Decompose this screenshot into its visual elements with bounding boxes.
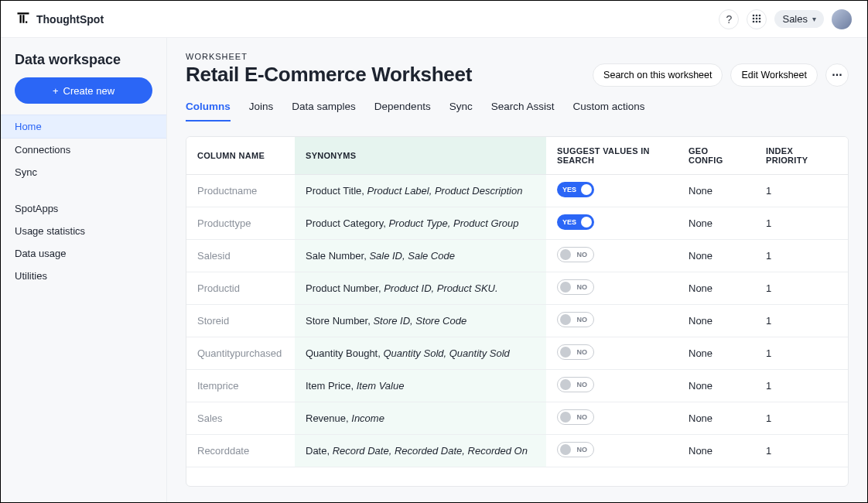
cell-synonyms[interactable]: Store Number, Store ID, Store Code: [295, 305, 546, 337]
cell-index-priority[interactable]: 1: [755, 435, 848, 467]
suggest-toggle[interactable]: NO: [557, 247, 594, 262]
columns-table: COLUMN NAME SYNONYMS SUGGEST VALUES IN S…: [186, 137, 848, 467]
tab-columns[interactable]: Columns: [186, 101, 231, 121]
th-index[interactable]: INDEX PRIORITY: [755, 137, 848, 175]
sidebar-item-data-usage[interactable]: Data usage: [1, 242, 166, 265]
avatar[interactable]: [832, 9, 852, 29]
cell-synonyms[interactable]: Date, Record Date, Recorded Date, Record…: [295, 435, 546, 467]
suggest-toggle[interactable]: NO: [557, 442, 594, 457]
user-menu[interactable]: Sales ▾: [774, 10, 824, 28]
tab-sync[interactable]: Sync: [449, 101, 473, 121]
workspace-title: Data workspace: [1, 52, 166, 77]
cell-index-priority[interactable]: 1: [755, 207, 848, 240]
cell-synonyms[interactable]: Sale Number, Sale ID, Sale Code: [295, 240, 546, 272]
cell-synonyms[interactable]: Revenue, Income: [295, 402, 546, 435]
cell-column-name[interactable]: Salesid: [186, 240, 295, 272]
cell-column-name[interactable]: Sales: [186, 402, 295, 435]
synonym-italic: Record Date, Recorded Date, Recorded On: [333, 445, 528, 457]
synonym-plain: Product Number,: [306, 282, 384, 294]
suggest-toggle[interactable]: NO: [557, 279, 594, 295]
toggle-label: YES: [562, 186, 576, 193]
cell-suggest: YES: [546, 207, 678, 240]
plus-icon: +: [53, 85, 59, 97]
more-actions-button[interactable]: ···: [825, 63, 849, 87]
sidebar-item-home[interactable]: Home: [1, 115, 166, 139]
table-row: ProducttypeProduct Category, Product Typ…: [186, 207, 848, 240]
tab-search-assist[interactable]: Search Assist: [491, 101, 555, 121]
suggest-toggle[interactable]: YES: [557, 214, 594, 230]
sidebar-item-spotapps[interactable]: SpotApps: [1, 197, 166, 220]
synonym-italic: Item Value: [357, 380, 405, 392]
suggest-toggle[interactable]: NO: [557, 344, 594, 360]
apps-button[interactable]: [747, 9, 767, 29]
cell-index-priority[interactable]: 1: [755, 402, 848, 435]
synonym-plain: Revenue,: [306, 412, 351, 424]
th-synonyms[interactable]: SYNONYMS: [295, 137, 546, 175]
cell-geo-config[interactable]: None: [678, 305, 755, 337]
toggle-knob: [581, 184, 592, 195]
cell-geo-config[interactable]: None: [678, 175, 755, 207]
synonym-plain: Date,: [306, 445, 333, 457]
table-row: ItempriceItem Price, Item ValueNONone1: [186, 370, 848, 402]
tab-custom-actions[interactable]: Custom actions: [572, 101, 644, 121]
page-title: Retail E-Commerce Worksheet: [186, 63, 472, 87]
cell-synonyms[interactable]: Product Category, Product Type, Product …: [295, 207, 546, 240]
cell-geo-config[interactable]: None: [678, 402, 755, 435]
table-row: ProductidProduct Number, Product ID, Pro…: [186, 272, 848, 305]
cell-column-name[interactable]: Recorddate: [186, 435, 295, 467]
suggest-toggle[interactable]: NO: [557, 312, 594, 327]
help-icon: ?: [726, 13, 733, 26]
svg-rect-3: [26, 21, 27, 22]
toggle-label: YES: [562, 218, 576, 226]
toggle-label: NO: [577, 413, 588, 421]
cell-geo-config[interactable]: None: [678, 337, 755, 370]
synonym-plain: Quantity Bought,: [306, 347, 383, 359]
cell-geo-config[interactable]: None: [678, 370, 755, 402]
cell-geo-config[interactable]: None: [678, 207, 755, 240]
suggest-toggle[interactable]: NO: [557, 377, 594, 392]
cell-column-name[interactable]: Productname: [186, 175, 295, 207]
cell-index-priority[interactable]: 1: [755, 337, 848, 370]
cell-geo-config[interactable]: None: [678, 435, 755, 467]
cell-index-priority[interactable]: 1: [755, 175, 848, 207]
brand[interactable]: ThoughtSpot: [16, 11, 104, 28]
cell-index-priority[interactable]: 1: [755, 370, 848, 402]
th-column-name[interactable]: COLUMN NAME: [186, 137, 295, 175]
search-worksheet-button[interactable]: Search on this worksheet: [593, 63, 723, 87]
cell-suggest: NO: [546, 402, 678, 435]
cell-column-name[interactable]: Producttype: [186, 207, 295, 240]
tab-joins[interactable]: Joins: [249, 101, 274, 121]
cell-column-name[interactable]: Itemprice: [186, 370, 295, 402]
sidebar-item-connections[interactable]: Connections: [1, 139, 166, 161]
th-geo[interactable]: GEO CONFIG: [678, 137, 755, 175]
th-suggest[interactable]: SUGGEST VALUES IN SEARCH: [546, 137, 678, 175]
suggest-toggle[interactable]: NO: [557, 409, 594, 425]
sidebar-item-usage-statistics[interactable]: Usage statistics: [1, 220, 166, 242]
sidebar-item-utilities[interactable]: Utilities: [1, 265, 166, 287]
cell-synonyms[interactable]: Quantity Bought, Quantity Sold, Quantity…: [295, 337, 546, 370]
topbar-right: ? Sales ▾: [719, 9, 852, 29]
create-new-button[interactable]: + Create new: [15, 77, 152, 104]
cell-column-name[interactable]: Storeid: [186, 305, 295, 337]
cell-synonyms[interactable]: Product Title, Product Label, Product De…: [295, 175, 546, 207]
cell-column-name[interactable]: Quantitypurchased: [186, 337, 295, 370]
cell-synonyms[interactable]: Product Number, Product ID, Product SKU.: [295, 272, 546, 305]
synonym-italic: Product Label, Product Description: [367, 185, 522, 197]
cell-index-priority[interactable]: 1: [755, 305, 848, 337]
brand-name: ThoughtSpot: [36, 13, 104, 26]
svg-rect-1: [20, 15, 22, 23]
cell-index-priority[interactable]: 1: [755, 240, 848, 272]
cell-column-name[interactable]: Productid: [186, 272, 295, 305]
cell-geo-config[interactable]: None: [678, 272, 755, 305]
tab-dependents[interactable]: Dependents: [374, 101, 431, 121]
topbar: ThoughtSpot ? Sales ▾: [1, 1, 867, 38]
svg-rect-2: [22, 15, 24, 23]
cell-synonyms[interactable]: Item Price, Item Value: [295, 370, 546, 402]
sidebar-item-sync[interactable]: Sync: [1, 161, 166, 183]
tab-data-samples[interactable]: Data samples: [292, 101, 356, 121]
cell-geo-config[interactable]: None: [678, 240, 755, 272]
help-button[interactable]: ?: [719, 9, 739, 29]
suggest-toggle[interactable]: YES: [557, 182, 594, 197]
edit-worksheet-button[interactable]: Edit Worksheet: [730, 63, 818, 87]
cell-index-priority[interactable]: 1: [755, 272, 848, 305]
